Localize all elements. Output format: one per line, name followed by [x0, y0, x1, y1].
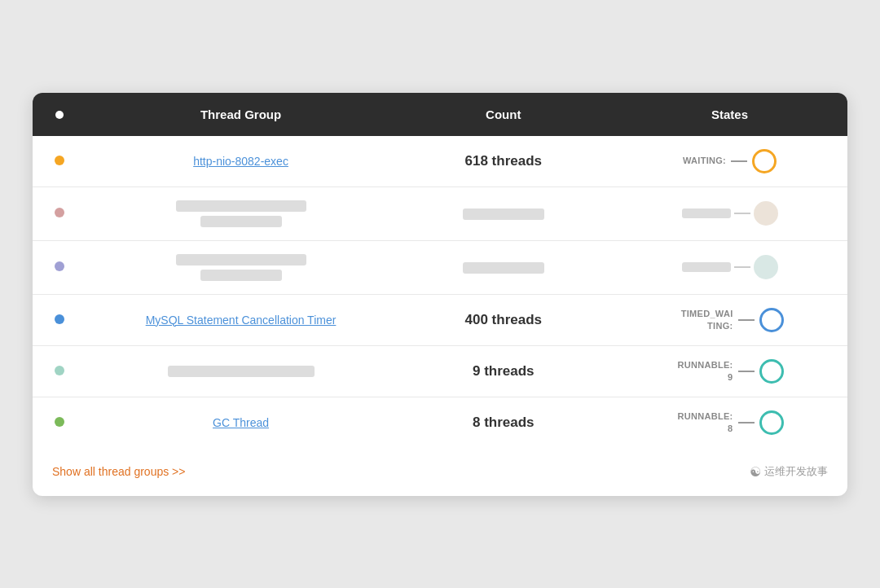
row-dot-cell	[33, 136, 87, 187]
row-dot-icon	[55, 417, 64, 427]
row-count-cell: 400 threads	[394, 294, 612, 345]
row-dot-cell	[33, 345, 87, 397]
row-thread-group-cell[interactable]: GC Thread	[87, 397, 395, 448]
table-row: GC Thread8 threadsRUNNABLE:8	[33, 397, 847, 448]
row-dot-cell	[33, 240, 87, 294]
header-count: Count	[394, 93, 612, 136]
table-row: 9 threadsRUNNABLE:9	[33, 345, 847, 397]
row-thread-group-cell	[87, 240, 395, 294]
row-count-cell: 9 threads	[394, 345, 612, 397]
state-line	[738, 319, 755, 321]
state-circle-icon	[752, 149, 777, 173]
state-line	[738, 371, 755, 372]
state-circle-icon	[759, 410, 784, 435]
thread-group-link[interactable]: MySQL Statement Cancellation Timer	[146, 314, 337, 327]
row-dot-icon	[55, 366, 64, 375]
thread-count: 618 threads	[465, 153, 543, 169]
row-count-cell: 8 threads	[394, 397, 612, 448]
row-dot-cell	[33, 397, 87, 448]
row-state-cell	[612, 186, 847, 240]
state-line	[731, 160, 747, 162]
row-thread-group-cell[interactable]: MySQL Statement Cancellation Timer	[87, 294, 395, 345]
row-thread-group-cell[interactable]: http-nio-8082-exec	[87, 136, 395, 187]
watermark: ☯ 运维开发故事	[750, 464, 828, 480]
thread-group-link[interactable]: http-nio-8082-exec	[193, 155, 288, 168]
header-thread-group: Thread Group	[87, 93, 395, 136]
row-state-cell: TIMED_WAITING:	[612, 294, 847, 345]
thread-count: 9 threads	[473, 363, 535, 379]
thread-table-wrapper: Thread Group Count States http-nio-8082-…	[33, 93, 847, 448]
row-state-cell: WAITING:	[612, 136, 847, 187]
header-dot-col	[33, 93, 87, 136]
header-states: States	[612, 93, 847, 136]
row-count-cell	[394, 186, 612, 240]
row-dot-icon	[55, 208, 64, 217]
row-thread-group-cell	[87, 345, 395, 397]
row-state-cell: RUNNABLE:8	[612, 397, 847, 448]
thread-group-link[interactable]: GC Thread	[213, 416, 269, 429]
thread-table: Thread Group Count States http-nio-8082-…	[33, 93, 847, 448]
state-label: RUNNABLE:8	[676, 410, 733, 434]
main-card: Thread Group Count States http-nio-8082-…	[33, 93, 847, 496]
thread-count: 8 threads	[473, 415, 535, 430]
state-line	[738, 422, 755, 423]
state-label: TIMED_WAITING:	[676, 308, 733, 331]
row-dot-icon	[55, 314, 64, 324]
row-state-cell	[612, 240, 847, 294]
row-count-cell: 618 threads	[394, 136, 612, 187]
table-row	[33, 240, 847, 294]
state-circle-icon	[759, 359, 784, 384]
table-row: http-nio-8082-exec618 threadsWAITING:	[33, 136, 847, 187]
row-state-cell: RUNNABLE:9	[612, 345, 847, 397]
card-footer: Show all thread groups >> ☯ 运维开发故事	[33, 448, 847, 496]
row-dot-icon	[55, 156, 64, 165]
row-dot-cell	[33, 186, 87, 240]
table-row	[33, 186, 847, 240]
row-dot-cell	[33, 294, 87, 345]
row-dot-icon	[55, 261, 64, 271]
state-circle-icon	[759, 308, 784, 332]
show-all-link[interactable]: Show all thread groups >>	[52, 465, 185, 478]
watermark-text: 运维开发故事	[764, 464, 828, 479]
state-label: WAITING:	[683, 155, 726, 166]
thread-count: 400 threads	[465, 312, 543, 327]
watermark-icon: ☯	[750, 464, 761, 480]
table-header-row: Thread Group Count States	[33, 93, 847, 136]
header-dot-icon	[55, 111, 64, 119]
row-thread-group-cell	[87, 186, 395, 240]
state-label: RUNNABLE:9	[676, 359, 733, 383]
table-row: MySQL Statement Cancellation Timer400 th…	[33, 294, 847, 345]
row-count-cell	[394, 240, 612, 294]
